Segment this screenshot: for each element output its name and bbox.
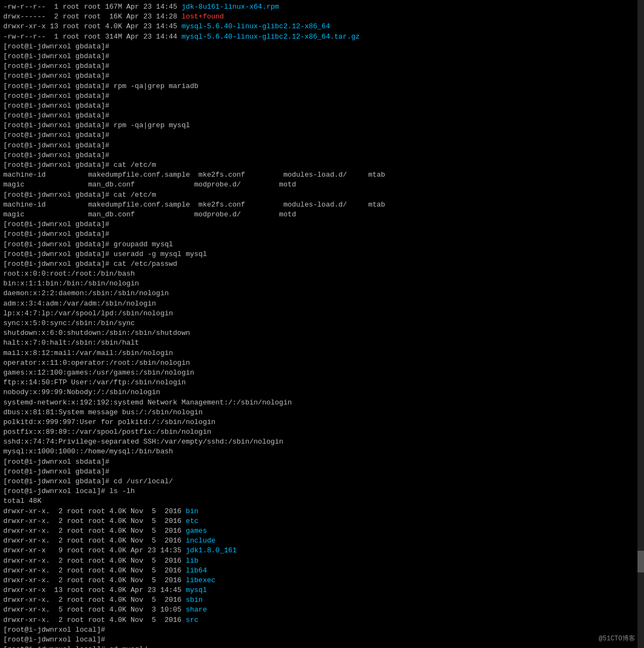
terminal-line: mail:x:8:12:mail:/var/mail:/sbin/nologin (3, 348, 641, 358)
terminal-text: sbin (185, 596, 202, 604)
terminal-text: nobody:x:99:99:Nobody:/:/sbin/nologin (3, 388, 160, 396)
terminal-line: lp:x:4:7:lp:/var/spool/lpd:/sbin/nologin (3, 309, 641, 319)
terminal-text: root:x:0:0:root:/root:/bin/bash (3, 270, 135, 278)
terminal-text: shutdown:x:6:0:shutdown:/sbin:/sbin/shut… (3, 329, 190, 337)
terminal-text: sync:x:5:0:sync:/sbin:/bin/sync (3, 319, 135, 327)
terminal-text: lp:x:4:7:lp:/var/spool/lpd:/sbin/nologin (3, 309, 173, 317)
scrollbar-thumb[interactable] (637, 551, 644, 572)
terminal-line: [root@i-jdwnrxol local]# ls -lh (3, 487, 641, 496)
terminal-line: drwxr-xr-x. 2 root root 4.0K Nov 5 2016 … (3, 526, 641, 536)
terminal-text: drwxr-xr-x. 2 root root 4.0K Nov 5 2016 (3, 527, 185, 535)
terminal-text: mysql-5.6.40-linux-glibc2.12-x86_64 (182, 22, 330, 30)
terminal-text: [root@i-jdwnrxol gbdata]# (3, 52, 114, 60)
terminal-line: [root@i-jdwnrxol gbdata]# cd /usr/local/ (3, 477, 641, 487)
terminal-line: root:x:0:0:root:/root:/bin/bash (3, 269, 641, 279)
terminal-line: [root@i-jdwnrxol gbdata]# (3, 91, 641, 101)
terminal-line: [root@i-jdwnrxol gbdata]# (3, 61, 641, 71)
terminal-line: [root@i-jdwnrxol local]# (3, 625, 641, 635)
terminal-text: ftp:x:14:50:FTP User:/var/ftp:/sbin/nolo… (3, 378, 185, 387)
terminal-line: [root@i-jdwnrxol gbdata]# (3, 52, 641, 61)
terminal-text: drwxr-xr-x. 2 root root 4.0K Nov 5 2016 (3, 507, 185, 515)
terminal-text: src (185, 616, 198, 624)
terminal-line: [root@i-jdwnrxol gbdata]# (3, 101, 641, 111)
terminal-line: polkitd:x:999:997:User for polkitd:/:/sb… (3, 418, 641, 427)
terminal-text: [root@i-jdwnrxol local]# (3, 635, 109, 644)
terminal-line: magic man_db.conf modprobe.d/ motd (3, 180, 641, 190)
terminal-text: drwxr-xr-x. 2 root root 4.0K Nov 5 2016 (3, 616, 185, 624)
terminal-line: drwxr-xr-x. 2 root root 4.0K Nov 5 2016 … (3, 536, 641, 546)
terminal-line: halt:x:7:0:halt:/sbin:/sbin/halt (3, 338, 641, 348)
terminal-text: [root@i-jdwnrxol gbdata]# (3, 131, 114, 139)
terminal-text: drwxr-xr-x. 2 root root 4.0K Nov 5 2016 (3, 596, 185, 604)
terminal-text: -rw-r--r-- 1 root root 314M Apr 23 14:44 (3, 33, 182, 41)
terminal-line: [root@i-jdwnrxol local]# (3, 635, 641, 645)
terminal-line: [root@i-jdwnrxol gbdata]# rpm -qa|grep m… (3, 121, 641, 130)
terminal-line: [root@i-jdwnrxol gbdata]# groupadd mysql (3, 240, 641, 250)
terminal-text: sshd:x:74:74:Privilege-separated SSH:/va… (3, 438, 283, 446)
terminal-text: systemd-network:x:192:192:systemd Networ… (3, 398, 292, 407)
terminal-text: [root@i-jdwnrxol gbdata]# rpm -qa|grep m… (3, 121, 190, 129)
terminal-line: drwxr-xr-x 13 root root 4.0K Apr 23 14:4… (3, 585, 641, 595)
terminal-text: [root@i-jdwnrxol gbdata]# useradd -g mys… (3, 250, 207, 258)
terminal-line: [root@i-jdwnrxol gbdata]# (3, 111, 641, 121)
terminal-line: nobody:x:99:99:Nobody:/:/sbin/nologin (3, 388, 641, 397)
terminal-text: drwxr-xr-x 9 root root 4.0K Apr 23 14:35 (3, 546, 185, 554)
terminal-line: [root@i-jdwnrxol gbdata]# cat /etc/m (3, 160, 641, 170)
terminal-text: [root@i-jdwnrxol gbdata]# (3, 102, 114, 110)
terminal-text: [root@i-jdwnrxol sbdata]# (3, 458, 114, 466)
terminal-text: dbus:x:81:81:System message bus:/:/sbin/… (3, 408, 203, 416)
terminal-text: drwxr-xr-x. 2 root root 4.0K Nov 5 2016 (3, 557, 185, 565)
terminal-line: sshd:x:74:74:Privilege-separated SSH:/va… (3, 437, 641, 447)
terminal-content: -rw-r--r-- 1 root root 167M Apr 23 14:45… (3, 2, 641, 648)
terminal-line: [root@i-jdwnrxol local]# cd mysql/ (3, 645, 641, 648)
scrollbar[interactable] (637, 0, 644, 648)
terminal-text: machine-id makedumpfile.conf.sample mke2… (3, 201, 385, 209)
terminal-line: drwx------ 2 root root 16K Apr 23 14:28 … (3, 12, 641, 22)
terminal-line: [root@i-jdwnrxol sbdata]# (3, 457, 641, 467)
terminal-text: lib (185, 557, 198, 565)
terminal-text: polkitd:x:999:997:User for polkitd:/:/sb… (3, 418, 215, 426)
terminal-text: drwxr-xr-x. 2 root root 4.0K Nov 5 2016 (3, 517, 185, 525)
terminal-line: machine-id makedumpfile.conf.sample mke2… (3, 170, 641, 180)
terminal-window: -rw-r--r-- 1 root root 167M Apr 23 14:45… (0, 0, 644, 648)
terminal-line: bin:x:1:1:bin:/bin:/sbin/nologin (3, 279, 641, 289)
terminal-text: [root@i-jdwnrxol gbdata]# (3, 141, 114, 149)
watermark: @51CTO博客 (599, 634, 635, 644)
terminal-text: libexec (185, 576, 215, 584)
terminal-line: drwxr-xr-x. 2 root root 4.0K Nov 5 2016 … (3, 566, 641, 576)
terminal-line: [root@i-jdwnrxol gbdata]# (3, 141, 641, 151)
terminal-line: ftp:x:14:50:FTP User:/var/ftp:/sbin/nolo… (3, 378, 641, 388)
terminal-line: games:x:12:100:games:/usr/games:/sbin/no… (3, 368, 641, 378)
terminal-text: daemon:x:2:2:daemon:/sbin:/sbin/nologin (3, 289, 169, 297)
terminal-text: jdk-8u161-linux-x64.rpm (182, 3, 279, 11)
terminal-line: [root@i-jdwnrxol gbdata]# (3, 467, 641, 477)
terminal-line: [root@i-jdwnrxol gbdata]# (3, 151, 641, 160)
terminal-line: [root@i-jdwnrxol gbdata]# rpm -qa|grep m… (3, 82, 641, 91)
terminal-line: dbus:x:81:81:System message bus:/:/sbin/… (3, 408, 641, 418)
terminal-line: drwxr-xr-x. 2 root root 4.0K Nov 5 2016 … (3, 576, 641, 585)
terminal-text: [root@i-jdwnrxol gbdata]# (3, 62, 114, 70)
terminal-line: total 48K (3, 496, 641, 506)
terminal-line: drwxr-xr-x. 2 root root 4.0K Nov 5 2016 … (3, 507, 641, 516)
terminal-text: lib64 (185, 566, 207, 575)
terminal-text: drwxr-xr-x. 2 root root 4.0K Nov 5 2016 (3, 576, 185, 584)
terminal-text: magic man_db.conf modprobe.d/ motd (3, 180, 296, 189)
terminal-line: mysql:x:1000:1000::/home/mysql:/bin/bash (3, 447, 641, 457)
terminal-text: [root@i-jdwnrxol local]# ls -lh (3, 487, 135, 495)
terminal-text: [root@i-jdwnrxol gbdata]# (3, 468, 114, 476)
terminal-line: drwxr-xr-x 13 root root 4.0K Apr 23 14:4… (3, 22, 641, 32)
terminal-text: [root@i-jdwnrxol gbdata]# cat /etc/m (3, 161, 156, 169)
terminal-text: [root@i-jdwnrxol gbdata]# (3, 151, 114, 159)
terminal-text: mysql (185, 586, 207, 594)
terminal-line: [root@i-jdwnrxol gbdata]# (3, 42, 641, 52)
terminal-line: drwxr-xr-x. 2 root root 4.0K Nov 5 2016 … (3, 556, 641, 566)
terminal-line: [root@i-jdwnrxol gbdata]# cat /etc/passw… (3, 259, 641, 269)
terminal-text: machine-id makedumpfile.conf.sample mke2… (3, 171, 385, 179)
terminal-line: drwxr-xr-x. 2 root root 4.0K Nov 5 2016 … (3, 516, 641, 526)
terminal-line: [root@i-jdwnrxol gbdata]# useradd -g mys… (3, 250, 641, 259)
terminal-text: games:x:12:100:games:/usr/games:/sbin/no… (3, 369, 194, 377)
terminal-line: daemon:x:2:2:daemon:/sbin:/sbin/nologin (3, 289, 641, 298)
terminal-line: [root@i-jdwnrxol gbdata]# cat /etc/m (3, 190, 641, 200)
terminal-line: adm:x:3:4:adm:/var/adm:/sbin/nologin (3, 299, 641, 309)
terminal-text: [root@i-jdwnrxol gbdata]# (3, 42, 114, 51)
